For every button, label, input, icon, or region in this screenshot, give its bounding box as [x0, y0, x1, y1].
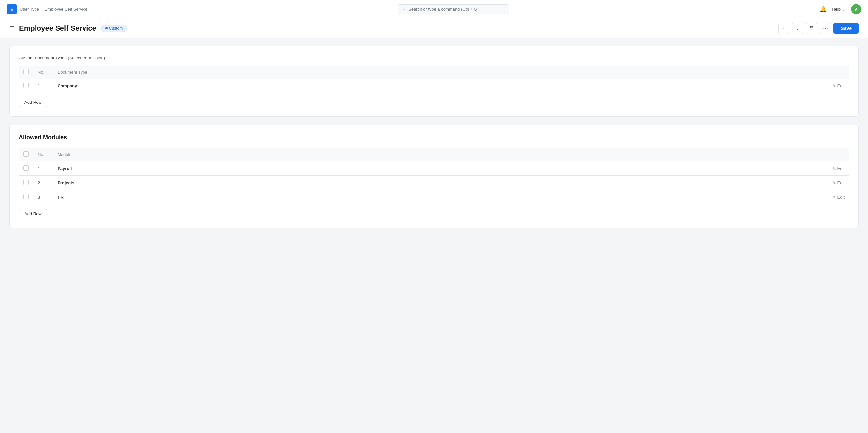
modules-header-row: No. Module — [19, 148, 849, 161]
badge-dot — [105, 27, 107, 29]
edit-icon: ✎ — [833, 166, 836, 171]
print-button[interactable]: 🖶 — [806, 23, 817, 34]
mod-edit-label-2: Edit — [837, 180, 845, 185]
add-row-button[interactable]: Add Row — [19, 98, 48, 107]
page-header-left: ☰ Employee Self Service Custom — [9, 24, 127, 33]
modules-checkbox-header — [19, 148, 33, 161]
row-edit-cell: ✎ Edit — [823, 79, 849, 93]
modules-edit-header — [823, 148, 849, 161]
prev-button[interactable]: ‹ — [778, 23, 789, 34]
custom-badge: Custom — [101, 25, 127, 32]
avatar[interactable]: A — [851, 4, 861, 14]
search-icon: ⚲ — [402, 7, 406, 12]
search-placeholder: Search or type a command (Ctrl + G) — [408, 7, 479, 11]
mod-edit-link-3[interactable]: ✎ Edit — [828, 195, 845, 200]
more-button[interactable]: ⋯ — [820, 23, 831, 34]
section-label: Custom Document Types (Select Permission… — [19, 56, 849, 61]
modules-select-all[interactable] — [23, 152, 29, 157]
allowed-modules-section: Allowed Modules No. Module 1 — [9, 125, 859, 228]
next-button[interactable]: › — [792, 23, 803, 34]
mod-row3-checkbox[interactable] — [23, 194, 29, 199]
edit-icon: ✎ — [833, 195, 836, 200]
select-all-checkbox[interactable] — [23, 69, 29, 74]
nav-center: ⚲ Search or type a command (Ctrl + G) — [88, 4, 819, 14]
mod-row1-module: Payroll — [53, 161, 823, 176]
help-chevron-icon: ⌄ — [842, 7, 846, 11]
row-doctype: Company — [53, 79, 823, 93]
nav-left: E User Type › Employee Self Service — [7, 4, 88, 14]
row-checkbox-cell — [19, 79, 33, 93]
edit-icon: ✎ — [833, 181, 836, 185]
mod-edit-link-1[interactable]: ✎ Edit — [828, 166, 845, 171]
mod-row1-checkbox[interactable] — [23, 165, 29, 170]
row-checkbox[interactable] — [23, 83, 29, 88]
doctype-header: Document Type — [53, 66, 823, 79]
mod-row2-edit-cell: ✎ Edit — [823, 176, 849, 190]
help-label: Help — [832, 7, 841, 11]
mod-edit-label-3: Edit — [837, 195, 845, 200]
checkbox-header-cell — [19, 66, 33, 79]
edit-header — [823, 66, 849, 79]
edit-icon: ✎ — [833, 84, 836, 88]
badge-label: Custom — [109, 26, 123, 31]
mod-row2-checkbox-cell — [19, 176, 33, 190]
custom-document-types-section: Custom Document Types (Select Permission… — [9, 46, 859, 116]
edit-label: Edit — [837, 84, 845, 88]
no-header: No. — [33, 66, 53, 79]
page-header-right: ‹ › 🖶 ⋯ Save — [778, 23, 859, 34]
table-row: 3 HR ✎ Edit — [19, 190, 849, 205]
content-area: Custom Document Types (Select Permission… — [0, 38, 868, 244]
mod-edit-link-2[interactable]: ✎ Edit — [828, 180, 845, 185]
mod-row1-checkbox-cell — [19, 161, 33, 176]
table-row: 2 Projects ✎ Edit — [19, 176, 849, 190]
page-header: ☰ Employee Self Service Custom ‹ › 🖶 ⋯ S… — [0, 19, 868, 38]
modules-module-header: Module — [53, 148, 823, 161]
mod-edit-label-1: Edit — [837, 166, 845, 171]
app-icon[interactable]: E — [7, 4, 17, 14]
modules-no-header: No. — [33, 148, 53, 161]
breadcrumb-ess[interactable]: Employee Self Service — [44, 7, 88, 11]
table-header-row: No. Document Type — [19, 66, 849, 79]
edit-link[interactable]: ✎ Edit — [828, 84, 845, 88]
mod-row2-module: Projects — [53, 176, 823, 190]
mod-row2-checkbox[interactable] — [23, 180, 29, 185]
save-button[interactable]: Save — [834, 23, 859, 34]
row-no: 1 — [33, 79, 53, 93]
search-bar[interactable]: ⚲ Search or type a command (Ctrl + G) — [398, 4, 509, 14]
mod-row1-no: 1 — [33, 161, 53, 176]
nav-right: 🔔 Help ⌄ A — [819, 4, 861, 14]
breadcrumb-sep-1: › — [41, 7, 42, 11]
mod-row2-no: 2 — [33, 176, 53, 190]
table-row: 1 Payroll ✎ Edit — [19, 161, 849, 176]
allowed-modules-heading: Allowed Modules — [19, 134, 849, 141]
table-row: 1 Company ✎ Edit — [19, 79, 849, 93]
help-button[interactable]: Help ⌄ — [832, 7, 846, 11]
mod-row3-checkbox-cell — [19, 190, 33, 205]
mod-row3-no: 3 — [33, 190, 53, 205]
breadcrumb-usertype[interactable]: User Type — [20, 7, 39, 11]
mod-row3-module: HR — [53, 190, 823, 205]
breadcrumb: User Type › Employee Self Service — [20, 7, 88, 11]
custom-document-types-table: No. Document Type 1 Company ✎ Edit — [19, 66, 849, 93]
top-nav: E User Type › Employee Self Service ⚲ Se… — [0, 0, 868, 19]
modules-add-row-button[interactable]: Add Row — [19, 209, 48, 219]
mod-row1-edit-cell: ✎ Edit — [823, 161, 849, 176]
mod-row3-edit-cell: ✎ Edit — [823, 190, 849, 205]
page-title: Employee Self Service — [19, 24, 96, 33]
bell-icon[interactable]: 🔔 — [819, 6, 827, 13]
allowed-modules-table: No. Module 1 Payroll ✎ Edit — [19, 148, 849, 204]
hamburger-icon[interactable]: ☰ — [9, 25, 14, 32]
